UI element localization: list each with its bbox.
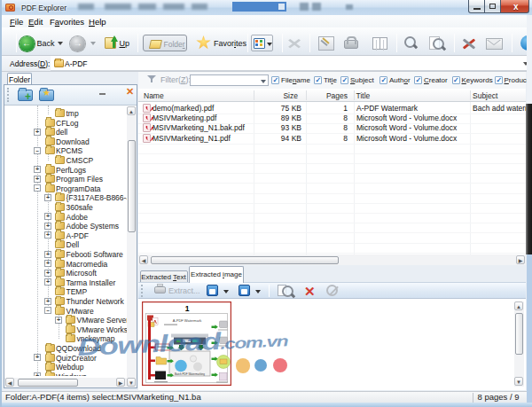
- svg-text:A-PDF Watermark: A-PDF Watermark: [173, 318, 202, 323]
- svg-text:1: 1: [185, 304, 190, 313]
- svg-text:Batch PDF Watermarking: Batch PDF Watermarking: [175, 372, 205, 376]
